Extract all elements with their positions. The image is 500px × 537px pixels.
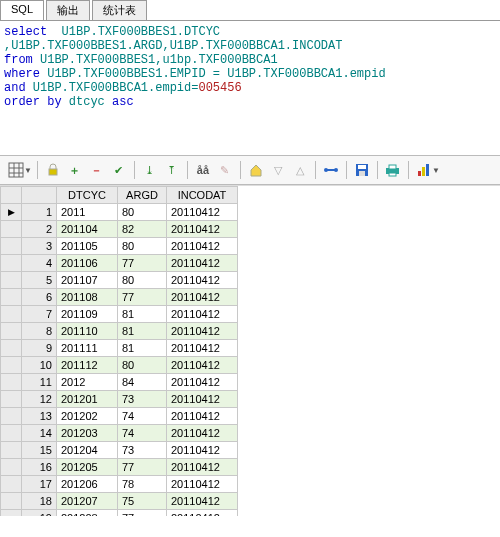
sql-editor[interactable]: select U1BP.TXF000BBES1.DTCYC ,U1BP.TXF0… — [0, 21, 500, 155]
cell-dtcyc[interactable]: 201109 — [57, 306, 118, 323]
cell-argd[interactable]: 80 — [118, 238, 167, 255]
cell-argd[interactable]: 77 — [118, 289, 167, 306]
cell-dtcyc[interactable]: 201104 — [57, 221, 118, 238]
cell-incodat[interactable]: 20110412 — [167, 289, 238, 306]
cell-dtcyc[interactable]: 201105 — [57, 238, 118, 255]
chevron-down-icon[interactable]: ▼ — [24, 166, 32, 175]
cell-dtcyc[interactable]: 2011 — [57, 204, 118, 221]
table-row[interactable]: 132012027420110412 — [1, 408, 238, 425]
table-row[interactable]: 102011128020110412 — [1, 357, 238, 374]
cell-incodat[interactable]: 20110412 — [167, 255, 238, 272]
cell-argd[interactable]: 78 — [118, 476, 167, 493]
up-icon[interactable]: △ — [290, 160, 310, 180]
table-row[interactable]: 42011067720110412 — [1, 255, 238, 272]
table-row[interactable]: 142012037420110412 — [1, 425, 238, 442]
cell-argd[interactable]: 84 — [118, 374, 167, 391]
table-row[interactable]: 82011108120110412 — [1, 323, 238, 340]
cell-incodat[interactable]: 20110412 — [167, 340, 238, 357]
cell-incodat[interactable]: 20110412 — [167, 221, 238, 238]
lock-icon[interactable] — [43, 160, 63, 180]
cell-dtcyc[interactable]: 201112 — [57, 357, 118, 374]
home-icon[interactable] — [246, 160, 266, 180]
cell-incodat[interactable]: 20110412 — [167, 323, 238, 340]
save-icon[interactable] — [352, 160, 372, 180]
table-row[interactable]: 152012047320110412 — [1, 442, 238, 459]
cell-incodat[interactable]: 20110412 — [167, 391, 238, 408]
cell-incodat[interactable]: 20110412 — [167, 306, 238, 323]
last-icon[interactable]: ⤒ — [162, 160, 182, 180]
cell-incodat[interactable]: 20110412 — [167, 510, 238, 517]
cell-argd[interactable]: 80 — [118, 272, 167, 289]
table-row[interactable]: 32011058020110412 — [1, 238, 238, 255]
cell-incodat[interactable]: 20110412 — [167, 476, 238, 493]
cell-dtcyc[interactable]: 201110 — [57, 323, 118, 340]
cell-argd[interactable]: 77 — [118, 255, 167, 272]
cell-incodat[interactable]: 20110412 — [167, 493, 238, 510]
results-grid[interactable]: DTCYC ARGD INCODAT ▶12011802011041222011… — [0, 185, 500, 516]
table-row[interactable]: 72011098120110412 — [1, 306, 238, 323]
table-row[interactable]: 92011118120110412 — [1, 340, 238, 357]
del-row-icon[interactable]: － — [87, 160, 107, 180]
cell-incodat[interactable]: 20110412 — [167, 238, 238, 255]
cell-incodat[interactable]: 20110412 — [167, 459, 238, 476]
cell-dtcyc[interactable]: 201107 — [57, 272, 118, 289]
cell-dtcyc[interactable]: 201207 — [57, 493, 118, 510]
cell-dtcyc[interactable]: 201208 — [57, 510, 118, 517]
table-row[interactable]: ▶120118020110412 — [1, 204, 238, 221]
find-icon[interactable]: åå — [193, 160, 213, 180]
table-row[interactable]: 162012057720110412 — [1, 459, 238, 476]
cell-incodat[interactable]: 20110412 — [167, 442, 238, 459]
cell-dtcyc[interactable]: 201108 — [57, 289, 118, 306]
cell-argd[interactable]: 77 — [118, 459, 167, 476]
cell-dtcyc[interactable]: 201111 — [57, 340, 118, 357]
chart-icon[interactable] — [414, 160, 434, 180]
cell-incodat[interactable]: 20110412 — [167, 204, 238, 221]
col-dtcyc[interactable]: DTCYC — [57, 187, 118, 204]
cell-argd[interactable]: 81 — [118, 323, 167, 340]
cell-incodat[interactable]: 20110412 — [167, 272, 238, 289]
table-row[interactable]: 22011048220110412 — [1, 221, 238, 238]
cell-argd[interactable]: 74 — [118, 408, 167, 425]
cell-argd[interactable]: 80 — [118, 204, 167, 221]
cell-dtcyc[interactable]: 201203 — [57, 425, 118, 442]
print-icon[interactable] — [383, 160, 403, 180]
table-row[interactable]: 52011078020110412 — [1, 272, 238, 289]
cell-incodat[interactable]: 20110412 — [167, 374, 238, 391]
grid-icon[interactable] — [6, 160, 26, 180]
link-icon[interactable] — [321, 160, 341, 180]
add-row-icon[interactable]: ＋ — [65, 160, 85, 180]
rownum-header[interactable] — [22, 187, 57, 204]
cell-argd[interactable]: 81 — [118, 306, 167, 323]
table-row[interactable]: 122012017320110412 — [1, 391, 238, 408]
cell-dtcyc[interactable]: 2012 — [57, 374, 118, 391]
edit-icon[interactable]: ✎ — [215, 160, 235, 180]
cell-dtcyc[interactable]: 201204 — [57, 442, 118, 459]
col-incodat[interactable]: INCODAT — [167, 187, 238, 204]
commit-icon[interactable]: ✔ — [109, 160, 129, 180]
cell-argd[interactable]: 73 — [118, 391, 167, 408]
table-row[interactable]: 182012077520110412 — [1, 493, 238, 510]
first-icon[interactable]: ⤓ — [140, 160, 160, 180]
chevron-down-icon[interactable]: ▼ — [432, 166, 440, 175]
tab-stats[interactable]: 统计表 — [92, 0, 147, 20]
col-argd[interactable]: ARGD — [118, 187, 167, 204]
cell-argd[interactable]: 77 — [118, 510, 167, 517]
cell-argd[interactable]: 75 — [118, 493, 167, 510]
cell-incodat[interactable]: 20110412 — [167, 408, 238, 425]
tab-sql[interactable]: SQL — [0, 0, 44, 20]
cell-argd[interactable]: 74 — [118, 425, 167, 442]
table-row[interactable]: 172012067820110412 — [1, 476, 238, 493]
table-row[interactable]: 62011087720110412 — [1, 289, 238, 306]
cell-dtcyc[interactable]: 201201 — [57, 391, 118, 408]
table-row[interactable]: 192012087720110412 — [1, 510, 238, 517]
cell-incodat[interactable]: 20110412 — [167, 425, 238, 442]
cell-dtcyc[interactable]: 201206 — [57, 476, 118, 493]
cell-dtcyc[interactable]: 201106 — [57, 255, 118, 272]
cell-incodat[interactable]: 20110412 — [167, 357, 238, 374]
cell-argd[interactable]: 82 — [118, 221, 167, 238]
cell-dtcyc[interactable]: 201205 — [57, 459, 118, 476]
cell-dtcyc[interactable]: 201202 — [57, 408, 118, 425]
down-icon[interactable]: ▽ — [268, 160, 288, 180]
cell-argd[interactable]: 81 — [118, 340, 167, 357]
cell-argd[interactable]: 80 — [118, 357, 167, 374]
